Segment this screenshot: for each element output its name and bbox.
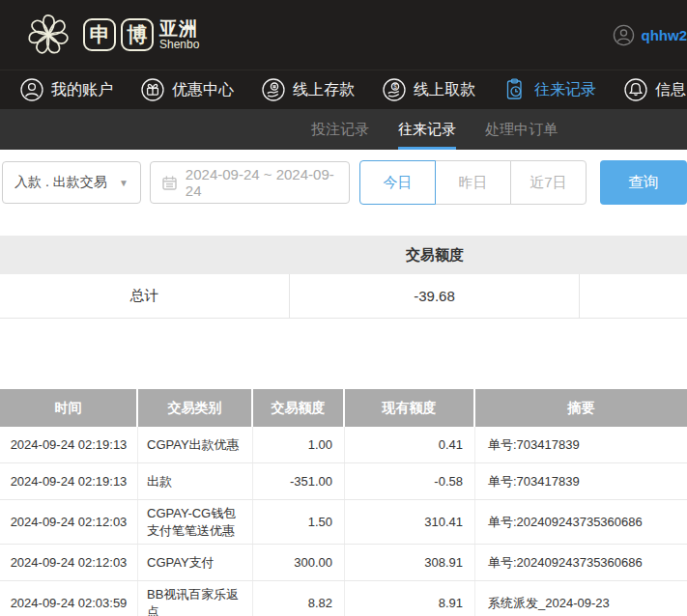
table-row: 2024-09-24 02:12:03 CGPAY-CG钱包支付笔笔送优惠 1.… — [0, 500, 687, 545]
cell-amount: 1.00 — [253, 427, 345, 462]
deposit-icon — [261, 77, 286, 102]
cell-category: CGPAY支付 — [138, 545, 253, 580]
summary-header-label: 交易额度 — [290, 246, 580, 265]
logo-char-1: 申 — [83, 18, 116, 51]
summary-empty-cell — [580, 274, 687, 318]
user-icon — [19, 77, 44, 102]
button-label: 近7日 — [530, 174, 566, 192]
table-header-row: 时间 交易类别 交易额度 现有额度 摘要 — [0, 389, 687, 427]
cell-balance: -0.58 — [345, 463, 475, 499]
logo-char-2: 博 — [121, 18, 154, 51]
sub-nav: 投注记录 往来记录 处理中订单 — [0, 109, 687, 150]
last7days-button[interactable]: 近7日 — [510, 160, 587, 205]
calendar-icon — [161, 175, 178, 191]
cell-balance: 310.41 — [345, 500, 475, 544]
nav-item-transaction-records[interactable]: 往来记录 — [502, 77, 596, 102]
cell-category: BB视讯百家乐返点 — [138, 581, 253, 616]
cell-balance: 0.41 — [345, 427, 475, 462]
tab-pending-orders[interactable]: 处理中订单 — [485, 109, 558, 150]
col-header-time: 时间 — [0, 389, 138, 427]
bell-icon — [623, 77, 648, 102]
filter-bar: 入款 . 出款交易 ▼ 2024-09-24 ~ 2024-09-24 今日 昨… — [0, 150, 687, 215]
logo-subtitle: Shenbo — [159, 39, 199, 51]
main-nav: 我的账户 优惠中心 线上存款 $ — [0, 70, 687, 109]
table-row: 2024-09-24 02:19:13 出款 -351.00 -0.58 单号:… — [0, 463, 687, 500]
yesterday-button[interactable]: 昨日 — [435, 160, 511, 205]
gift-icon — [140, 77, 165, 102]
table-row: 2024-09-24 02:03:59 BB视讯百家乐返点 8.82 8.91 … — [0, 581, 687, 616]
summary-header-row: 交易额度 — [0, 236, 687, 274]
nav-item-messages[interactable]: 信息 — [623, 77, 686, 102]
cell-balance: 308.91 — [345, 545, 475, 580]
nav-label: 优惠中心 — [172, 80, 234, 100]
nav-item-deposit[interactable]: 线上存款 — [261, 77, 355, 102]
svg-text:$: $ — [393, 83, 397, 90]
logo-characters: 申 博 — [83, 18, 154, 51]
summary-total-row: 总计 -39.68 — [0, 274, 687, 319]
date-range-input[interactable]: 2024-09-24 ~ 2024-09-24 — [150, 161, 350, 204]
col-header-balance: 现有额度 — [345, 389, 475, 427]
cell-summary: 单号:202409243735360686 — [475, 500, 687, 544]
col-header-summary: 摘要 — [475, 389, 687, 427]
username[interactable]: qhhw2 — [642, 27, 687, 43]
summary-row-label: 总计 — [0, 274, 290, 318]
col-header-category: 交易类别 — [138, 389, 253, 427]
user-account[interactable]: qhhw2 — [613, 24, 687, 46]
tab-label: 往来记录 — [398, 121, 456, 139]
nav-label: 线上存款 — [293, 80, 355, 100]
table-row: 2024-09-24 02:12:03 CGPAY支付 300.00 308.9… — [0, 545, 687, 581]
cell-amount: 1.50 — [253, 500, 345, 544]
today-button[interactable]: 今日 — [359, 160, 436, 205]
nav-label: 我的账户 — [51, 80, 113, 100]
cell-amount: 8.82 — [253, 581, 345, 616]
col-header-amount: 交易额度 — [253, 389, 345, 427]
quick-date-button-group: 今日 昨日 近7日 — [359, 160, 587, 205]
dropdown-value: 入款 . 出款交易 — [14, 174, 107, 191]
button-label: 今日 — [384, 174, 413, 192]
nav-item-withdraw[interactable]: $ 线上取款 — [382, 77, 475, 102]
flower-logo-icon — [23, 10, 73, 60]
transaction-type-dropdown[interactable]: 入款 . 出款交易 ▼ — [2, 161, 141, 204]
cell-amount: 300.00 — [253, 545, 345, 580]
summary-table: 交易额度 总计 -39.68 — [0, 236, 687, 319]
withdraw-icon: $ — [382, 77, 407, 102]
cell-summary: 单号:202409243735360686 — [475, 545, 687, 580]
transactions-table: 时间 交易类别 交易额度 现有额度 摘要 2024-09-24 02:19:13… — [0, 389, 687, 616]
cell-time: 2024-09-24 02:12:03 — [0, 500, 138, 544]
tab-transaction-records[interactable]: 往来记录 — [398, 109, 456, 150]
button-label: 昨日 — [459, 174, 488, 192]
tab-label: 处理中订单 — [485, 121, 558, 139]
nav-label: 线上取款 — [414, 80, 475, 100]
cell-balance: 8.91 — [345, 581, 475, 616]
nav-label: 往来记录 — [534, 80, 596, 100]
logo-text: 亚洲 Shenbo — [159, 19, 199, 51]
summary-total-value: -39.68 — [290, 274, 580, 318]
cell-time: 2024-09-24 02:19:13 — [0, 427, 138, 462]
nav-label: 信息 — [655, 80, 686, 100]
logo-region: 亚洲 — [159, 19, 199, 39]
top-header: 申 博 亚洲 Shenbo qhhw2 — [0, 0, 687, 70]
search-button[interactable]: 查询 — [600, 160, 687, 205]
tab-betting-records[interactable]: 投注记录 — [311, 109, 369, 150]
page: 申 博 亚洲 Shenbo qhhw2 我的账户 — [0, 0, 687, 616]
date-range-value: 2024-09-24 ~ 2024-09-24 — [186, 166, 338, 199]
cell-summary: 单号:703417839 — [475, 427, 687, 462]
user-avatar-icon — [613, 24, 635, 46]
cell-category: 出款 — [138, 463, 253, 499]
records-icon — [502, 77, 528, 102]
nav-item-promotions[interactable]: 优惠中心 — [140, 77, 234, 102]
cell-category: CGPAY-CG钱包支付笔笔送优惠 — [138, 500, 253, 544]
brand-logo[interactable]: 申 博 亚洲 Shenbo — [0, 10, 199, 60]
cell-amount: -351.00 — [253, 463, 345, 499]
nav-item-my-account[interactable]: 我的账户 — [19, 77, 113, 102]
cell-summary: 系统派发_2024-09-23 — [475, 581, 687, 616]
chevron-down-icon: ▼ — [119, 178, 129, 188]
cell-time: 2024-09-24 02:19:13 — [0, 463, 138, 499]
cell-time: 2024-09-24 02:12:03 — [0, 545, 138, 580]
cell-time: 2024-09-24 02:03:59 — [0, 581, 138, 616]
tab-label: 投注记录 — [311, 121, 369, 139]
table-row: 2024-09-24 02:19:13 CGPAY出款优惠 1.00 0.41 … — [0, 427, 687, 463]
search-button-label: 查询 — [628, 173, 659, 193]
cell-summary: 单号:703417839 — [475, 463, 687, 499]
cell-category: CGPAY出款优惠 — [138, 427, 253, 462]
